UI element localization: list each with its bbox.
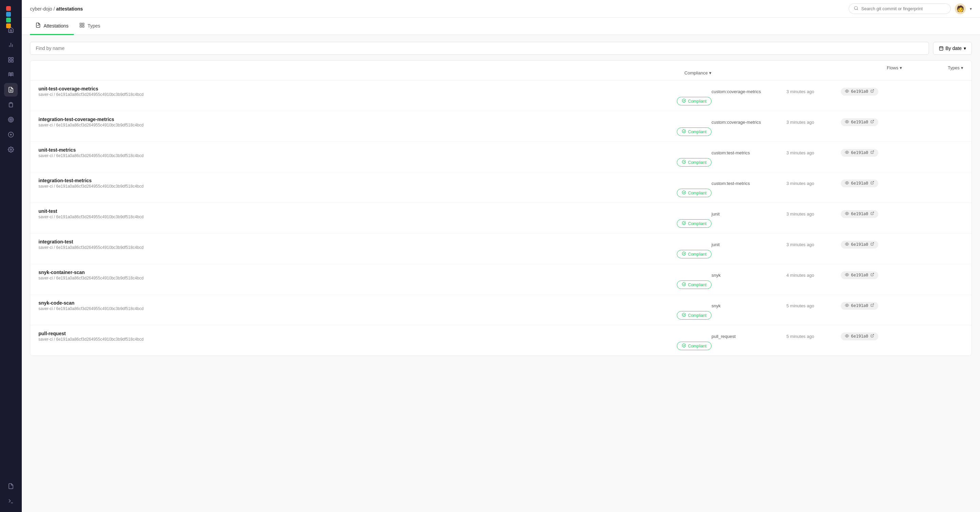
cell-time-0: 3 minutes ago [786,89,841,94]
col-header-flows[interactable]: Flows ▾ [841,65,902,70]
eye-icon [845,273,849,278]
tab-types-label: Types [88,23,100,29]
logo-dot-red [6,6,11,11]
table-row[interactable]: unit-test saver-ci / 6e191a0a86cf3d26495… [30,203,972,233]
check-circle-icon [682,313,686,318]
attestation-sub: saver-ci / 6e191a0a86cf3d264955c4910bc3b… [38,184,711,189]
attestation-name: unit-test-metrics [38,147,711,153]
sidebar-item-add[interactable] [4,128,18,141]
commit-badge[interactable]: 6e191a0 [841,271,878,279]
sidebar-item-terminal[interactable] [4,494,18,508]
sidebar-item-clipboard[interactable] [4,98,18,111]
compliant-badge: Compliant [677,250,711,258]
logo-dot-blue [6,12,11,17]
cell-commit-6: 6e191a0 [841,271,902,279]
svg-point-31 [846,121,848,122]
svg-line-34 [872,151,873,152]
table-row[interactable]: snyk-container-scan saver-ci / 6e191a0a8… [30,264,972,295]
cell-type-0: custom:coverage-metrics [711,89,786,94]
svg-line-19 [857,9,858,10]
external-link-icon [870,181,874,185]
commit-hash: 6e191a0 [851,150,869,155]
tab-types[interactable]: Types [74,18,105,35]
svg-line-44 [872,304,873,305]
cell-compliance-4: Compliant [38,219,711,228]
commit-badge[interactable]: 6e191a0 [841,88,878,95]
flows-label: Flows [887,65,898,70]
table-row[interactable]: integration-test-metrics saver-ci / 6e19… [30,172,972,203]
attestation-sub: saver-ci / 6e191a0a86cf3d264955c4910bc3b… [38,153,711,158]
commit-badge[interactable]: 6e191a0 [841,333,878,340]
commit-badge[interactable]: 6e191a0 [841,210,878,218]
sidebar-item-notes[interactable] [4,479,18,493]
col-header-types[interactable]: Types ▾ [902,65,963,70]
col-header-time [786,65,841,70]
svg-point-11 [10,118,13,121]
external-link-icon [870,211,874,216]
svg-rect-23 [82,25,84,27]
svg-line-30 [872,89,873,91]
table-row[interactable]: unit-test-coverage-metrics saver-ci / 6e… [30,81,972,111]
cell-commit-8: 6e191a0 [841,333,902,340]
cell-type-1: custom:coverage-metrics [711,120,786,125]
col-header-compliance[interactable]: Compliance ▾ [38,70,711,76]
content-area: By date ▾ Flows ▾ Types ▾ Compliance [22,35,980,512]
attestation-name: unit-test-coverage-metrics [38,86,711,92]
compliant-badge: Compliant [677,189,711,197]
svg-rect-25 [939,47,943,50]
table-header: Flows ▾ Types ▾ Compliance ▾ [30,60,972,81]
col-header-type [711,65,786,70]
svg-point-16 [10,149,12,151]
svg-rect-22 [82,23,84,25]
cell-name-7: snyk-code-scan saver-ci / 6e191a0a86cf3d… [38,300,711,311]
attestation-sub: saver-ci / 6e191a0a86cf3d264955c4910bc3b… [38,276,711,281]
commit-badge[interactable]: 6e191a0 [841,179,878,187]
sidebar-item-analytics[interactable] [4,38,18,52]
tab-attestations[interactable]: Attestations [30,18,74,35]
svg-point-45 [846,335,848,336]
avatar-caret-icon[interactable]: ▾ [970,6,972,11]
sidebar-item-attestations[interactable] [4,83,18,97]
check-circle-icon [682,343,686,349]
compliance-status: Compliant [688,282,706,287]
cell-time-3: 3 minutes ago [786,181,841,186]
col-header-name [38,65,711,70]
sidebar-item-waves[interactable] [4,68,18,82]
svg-point-12 [11,119,11,120]
sort-by-date-button[interactable]: By date ▾ [933,42,972,55]
table-row[interactable]: integration-test saver-ci / 6e191a0a86cf… [30,233,972,264]
external-link-icon [870,89,874,94]
sidebar-item-grid[interactable] [4,53,18,67]
cell-commit-3: 6e191a0 [841,179,902,187]
logo-dot-green [6,18,11,22]
flows-caret-icon: ▾ [900,65,902,70]
compliant-badge: Compliant [677,311,711,320]
sidebar-item-home[interactable] [4,23,18,37]
eye-icon [845,211,849,217]
tabs: Attestations Types [22,18,980,35]
attestation-sub: saver-ci / 6e191a0a86cf3d264955c4910bc3b… [38,92,711,97]
svg-point-35 [846,182,848,183]
search-box[interactable] [849,3,951,14]
table-row[interactable]: unit-test-metrics saver-ci / 6e191a0a86c… [30,142,972,172]
sidebar-item-target[interactable] [4,113,18,127]
table-row[interactable]: integration-test-coverage-metrics saver-… [30,111,972,142]
table-row[interactable]: pull-request saver-ci / 6e191a0a86cf3d26… [30,325,972,356]
cell-name-6: snyk-container-scan saver-ci / 6e191a0a8… [38,269,711,281]
check-circle-icon [682,282,686,287]
find-by-name-input[interactable] [30,42,929,55]
external-link-icon [870,303,874,308]
commit-badge[interactable]: 6e191a0 [841,149,878,157]
commit-badge[interactable]: 6e191a0 [841,241,878,249]
table-row[interactable]: snyk-code-scan saver-ci / 6e191a0a86cf3d… [30,295,972,325]
cell-name-2: unit-test-metrics saver-ci / 6e191a0a86c… [38,147,711,158]
cell-commit-7: 6e191a0 [841,302,902,310]
commit-badge[interactable]: 6e191a0 [841,118,878,126]
search-input[interactable] [861,6,946,11]
cell-compliance-5: Compliant [38,250,711,258]
commit-badge[interactable]: 6e191a0 [841,302,878,310]
avatar[interactable]: 🧑 [955,3,966,14]
sidebar-item-settings[interactable] [4,143,18,156]
svg-point-43 [846,304,848,306]
svg-rect-24 [80,25,82,27]
